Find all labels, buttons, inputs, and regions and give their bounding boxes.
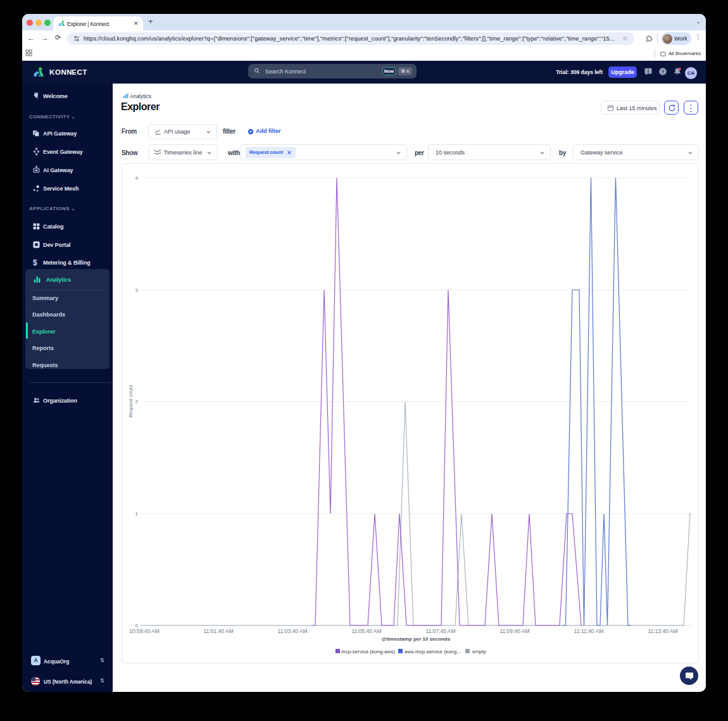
svg-text:Request count: Request count bbox=[128, 384, 134, 417]
svg-text:mcp-service (kong-aws): mcp-service (kong-aws) bbox=[341, 649, 395, 655]
svg-text:4: 4 bbox=[135, 175, 139, 181]
svg-text:11:07:40 AM: 11:07:40 AM bbox=[425, 628, 455, 634]
svg-text:11:09:40 AM: 11:09:40 AM bbox=[499, 628, 529, 634]
svg-text:1: 1 bbox=[135, 511, 139, 517]
svg-text:?: ? bbox=[662, 69, 665, 75]
svg-text:aws-mcp-service (kong...: aws-mcp-service (kong... bbox=[405, 649, 461, 655]
svg-text:11:11:40 AM: 11:11:40 AM bbox=[574, 628, 603, 634]
svg-text:11:13:40 AM: 11:13:40 AM bbox=[648, 628, 677, 634]
svg-text:10:59:40 AM: 10:59:40 AM bbox=[129, 628, 160, 634]
svg-text:empty: empty bbox=[472, 649, 486, 655]
svg-text:2: 2 bbox=[135, 399, 139, 404]
svg-text:11:01:40 AM: 11:01:40 AM bbox=[203, 628, 233, 634]
svg-text:11:03:40 AM: 11:03:40 AM bbox=[277, 628, 307, 634]
svg-text:@timestamp per 10 seconds: @timestamp per 10 seconds bbox=[382, 636, 451, 642]
svg-text:11:05:40 AM: 11:05:40 AM bbox=[351, 628, 381, 634]
svg-text:3: 3 bbox=[135, 287, 139, 293]
